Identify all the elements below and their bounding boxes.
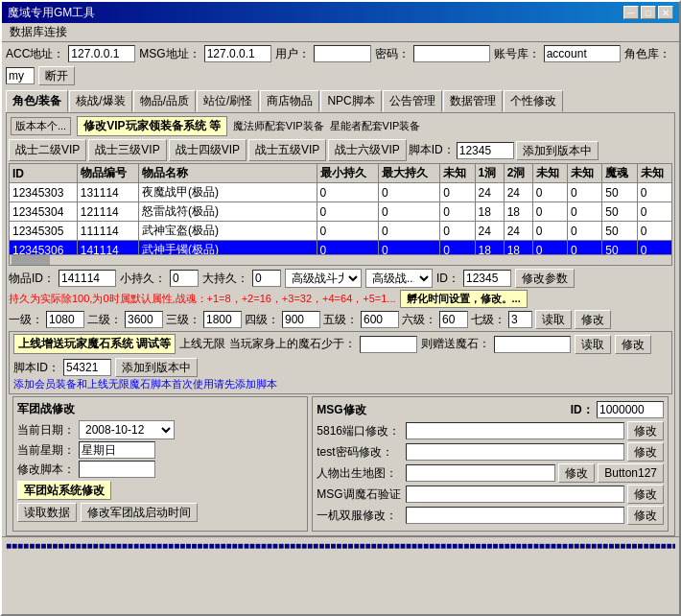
msg-header: MSG修改 ID：	[317, 401, 664, 418]
msg-5816-modify-button[interactable]: 修改	[627, 421, 664, 440]
msg-verify-modify-button[interactable]: 修改	[627, 485, 664, 504]
tab-shop-item[interactable]: 商店物品	[260, 90, 319, 112]
guild-script-label: 修改脚本：	[17, 462, 75, 478]
msg-dual-modify-button[interactable]: 修改	[627, 506, 664, 525]
msg-id-input[interactable]	[597, 401, 664, 418]
pwd-input[interactable]	[413, 45, 490, 62]
tab-nuke-equip[interactable]: 核战/爆装	[69, 90, 131, 112]
disconnect-button[interactable]: 断开	[38, 66, 75, 85]
grade2-label: 二级：	[87, 312, 122, 328]
guild-week-label: 当前星期：	[17, 442, 75, 459]
tab-personal[interactable]: 个性修改	[504, 90, 563, 112]
script-id-input[interactable]	[457, 142, 514, 159]
grade-read-button[interactable]: 读取	[535, 310, 572, 329]
msg-test-input[interactable]	[406, 443, 624, 461]
msg-5816-label: 5816端口修改：	[317, 423, 403, 439]
grade4-label: 四级：	[245, 312, 279, 328]
grade6-input[interactable]	[439, 311, 468, 328]
tab-announcement[interactable]: 公告管理	[383, 90, 442, 112]
guild-date-select[interactable]: 2008-10-12	[79, 420, 175, 439]
msg-id-label: ID：	[571, 403, 594, 416]
title-bar: 魔域专用GM工具 ─ □ ✕	[2, 2, 679, 23]
grade-modify-button[interactable]: 修改	[575, 310, 611, 329]
min-dur-label: 小持久：	[120, 271, 166, 287]
main-tabs: 角色/装备 核战/爆装 物品/品质 站位/刷怪 商店物品 NPC脚本 公告管理 …	[2, 88, 679, 112]
item-id-label: 物品ID：	[9, 271, 55, 287]
minimize-button[interactable]: ─	[623, 6, 639, 19]
col-unk1: 未知	[440, 164, 475, 183]
vip-tab-warrior-4[interactable]: 战士四级VIP	[169, 139, 247, 161]
online-gift-section: 上线增送玩家魔石系统 调试等 上线无限 当玩家身上的魔石少于： 则赠送魔石： 读…	[9, 331, 672, 394]
guild-read-button[interactable]: 读取数据	[17, 503, 77, 522]
tab-data-mgmt[interactable]: 数据管理	[443, 90, 503, 112]
gift-read-button[interactable]: 读取	[575, 335, 611, 354]
msg-birth-input[interactable]	[406, 464, 555, 482]
id-input2[interactable]	[463, 270, 511, 287]
h-scrollbar[interactable]	[9, 254, 672, 266]
tab-item-quality[interactable]: 物品/品质	[133, 90, 196, 112]
menu-item-db[interactable]: 数据库连接	[6, 23, 71, 41]
guild-week-input[interactable]	[79, 441, 155, 459]
window-controls: ─ □ ✕	[623, 6, 673, 19]
guild-buttons: 军团站系统修改	[17, 481, 303, 500]
gift-script-input[interactable]	[63, 359, 111, 376]
tab-role-equip[interactable]: 角色/装备	[6, 90, 68, 112]
user-input[interactable]	[314, 45, 371, 62]
guild-modify-time-button[interactable]: 修改军团战启动时间	[81, 503, 198, 522]
msg-5816-input[interactable]	[406, 422, 624, 439]
msg-birth-modify-button[interactable]: 修改	[558, 463, 595, 483]
add-hint-row: 添加会员装备和上线无限魔石脚本首次使用请先添加脚本	[13, 377, 668, 391]
gift-modify-button[interactable]: 修改	[615, 335, 651, 354]
maximize-button[interactable]: □	[641, 6, 656, 19]
grade-row: 一级： 二级： 三级： 四级： 五级： 六级： 七级： 读取 修改	[9, 310, 672, 329]
col-unk3: 未知	[568, 164, 602, 183]
add-hint-text: 添加会员装备和上线无限魔石脚本首次使用请先添加脚本	[13, 378, 277, 390]
gift-add-button[interactable]: 添加到版本中	[115, 358, 198, 377]
acc-addr-input[interactable]	[68, 45, 135, 62]
grade5-input[interactable]	[361, 311, 399, 328]
btn127[interactable]: Button127	[598, 463, 664, 483]
msg-test-modify-button[interactable]: 修改	[627, 442, 664, 462]
vip-tab-warrior-3[interactable]: 战士三级VIP	[88, 139, 166, 161]
grade3-input[interactable]	[203, 311, 242, 328]
add-to-version-button[interactable]: 添加到版本中	[516, 141, 599, 160]
col-hole2: 2洞	[504, 164, 532, 183]
msg-row-verify: MSG调魔石验证： 修改	[317, 485, 664, 504]
role-db-input[interactable]	[6, 67, 35, 84]
tab-npc-script[interactable]: NPC脚本	[320, 90, 381, 112]
vip-tab-warrior-5[interactable]: 战士五级VIP	[248, 139, 326, 161]
msg-addr-input[interactable]	[204, 45, 271, 62]
msg-verify-label: MSG调魔石验证：	[317, 486, 403, 503]
attr-dropdown2[interactable]: 高级战...	[365, 269, 433, 288]
send-stone-input[interactable]	[494, 336, 571, 353]
guild-system-button[interactable]: 军团站系统修改	[17, 481, 111, 500]
close-button[interactable]: ✕	[658, 6, 673, 19]
tab-pos-spawn[interactable]: 站位/刷怪	[197, 90, 259, 112]
col-min-dur: 最小持久	[317, 164, 378, 183]
guild-script-input[interactable]	[79, 461, 155, 478]
attr-dropdown1[interactable]: 高级战斗力	[285, 269, 362, 288]
min-dur-input[interactable]	[170, 270, 199, 287]
acc-db-input[interactable]	[544, 45, 621, 62]
item-id-input[interactable]	[59, 270, 116, 287]
guild-section: 军团战修改 当前日期： 2008-10-12 当前星期： 修改脚本： 军团站系统…	[12, 396, 308, 532]
grade1-input[interactable]	[46, 311, 84, 328]
msg-title: MSG修改	[317, 402, 365, 418]
acc-label: ACC地址：	[6, 46, 64, 62]
pwd-label: 密码：	[375, 46, 410, 62]
table-row[interactable]: 12345306141114武神手镯(极品)000181800500	[10, 241, 672, 255]
max-dur-label: 大持久：	[202, 271, 248, 287]
msg-dual-input[interactable]	[406, 507, 624, 524]
grade7-input[interactable]	[508, 311, 532, 328]
max-dur-input[interactable]	[252, 270, 281, 287]
modify-params-button[interactable]: 修改参数	[515, 269, 575, 288]
grade4-input[interactable]	[282, 311, 320, 328]
vip-tab-warrior-6[interactable]: 战士六级VIP	[328, 139, 406, 161]
less-than-input[interactable]	[360, 336, 417, 353]
table-row[interactable]: 12345304121114怒雷战符(极品)000181800500	[10, 202, 672, 222]
grade2-input[interactable]	[125, 311, 163, 328]
vip-tab-warrior-2[interactable]: 战士二级VIP	[9, 139, 86, 161]
table-row[interactable]: 12345305111114武神宝盔(极品)000242400500	[10, 222, 672, 241]
msg-verify-input[interactable]	[406, 486, 624, 503]
table-row[interactable]: 12345303131114夜魔战甲(极品)000242400500	[10, 183, 672, 202]
